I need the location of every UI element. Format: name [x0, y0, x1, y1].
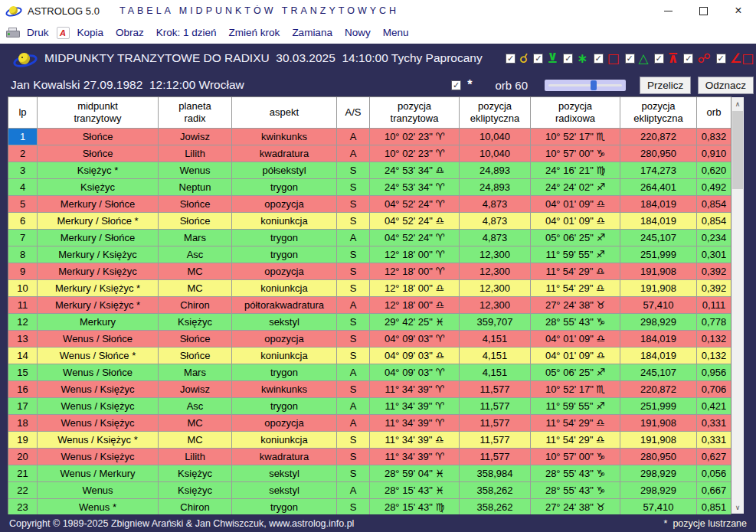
- row-index-cell[interactable]: 1: [8, 129, 38, 145]
- menu-item-nowy[interactable]: Nowy: [339, 24, 377, 41]
- mirror-checkbox[interactable]: ✓: [451, 80, 461, 90]
- maximize-button[interactable]: [686, 0, 721, 21]
- semisquare-sesquiquadrate-icon: ∠□: [730, 52, 754, 65]
- row-index-cell[interactable]: 10: [8, 280, 38, 296]
- radix-position-cell: 10° 52' 17" ♏: [531, 381, 620, 397]
- close-button[interactable]: ×: [721, 0, 756, 21]
- radix-ecliptic-cell: 245,107: [620, 364, 697, 380]
- table-row[interactable]: 20 Wenus / Księżyc Lilith kwadratura S 1…: [8, 449, 731, 465]
- aspect-checkbox[interactable]: ✓: [563, 54, 573, 64]
- printer-icon[interactable]: [6, 28, 19, 38]
- menu-item-druk[interactable]: Druk: [21, 24, 55, 41]
- table-row[interactable]: 6 Merkury / Słońce * Słońce koniunkcja S…: [8, 213, 731, 230]
- slider-thumb[interactable]: [591, 80, 597, 90]
- row-index-cell[interactable]: 8: [8, 246, 38, 263]
- transit-ecliptic-cell: 12,300: [460, 246, 531, 263]
- table-row[interactable]: 2 Słońce Lilith kwadratura A 10° 02' 23"…: [8, 145, 731, 162]
- midpoint-cell: Wenus / Księżyc: [38, 449, 159, 465]
- aspect-checkbox[interactable]: ✓: [506, 54, 515, 64]
- aspect-filter[interactable]: ✓ ∠□: [716, 52, 754, 65]
- menu-item-zamiana[interactable]: Zamiana: [286, 24, 339, 41]
- aspect-filter[interactable]: ✓ □: [594, 52, 620, 65]
- aspect-checkbox[interactable]: ✓: [533, 54, 543, 64]
- table-row[interactable]: 14 Wenus / Słońce * Słońce koniunkcja S …: [8, 348, 731, 364]
- table-row[interactable]: 23 Wenus * Chiron trygon S 28° 15' 43" ♍…: [8, 499, 731, 516]
- table-row[interactable]: 4 Księżyc Neptun trygon S 24° 53' 34" ♈ …: [8, 179, 731, 196]
- table-row[interactable]: 3 Księżyc * Wenus półsekstyl S 24° 53' 3…: [8, 162, 731, 179]
- applying-separating-cell: S: [337, 465, 370, 481]
- radix-ecliptic-cell: 191,908: [620, 280, 697, 296]
- row-index-cell[interactable]: 7: [8, 230, 38, 246]
- row-index-cell[interactable]: 13: [8, 331, 38, 347]
- aspect-filter[interactable]: ✓ ☌: [506, 52, 528, 65]
- menu-item-kopia[interactable]: Kopia: [71, 24, 110, 41]
- table-row[interactable]: 17 Wenus / Księżyc Asc trygon A 11° 34' …: [8, 398, 731, 415]
- row-index-cell[interactable]: 2: [8, 145, 38, 162]
- table-row[interactable]: 5 Merkury / Słońce Słońce opozycja S 04°…: [8, 196, 731, 213]
- scrollbar-thumb[interactable]: [732, 111, 743, 189]
- row-index-cell[interactable]: 9: [8, 263, 38, 279]
- table-row[interactable]: 16 Wenus / Księżyc Jowisz kwinkunks S 11…: [8, 381, 731, 398]
- row-index-cell[interactable]: 12: [8, 314, 38, 330]
- orb-slider[interactable]: [545, 80, 626, 91]
- table-row[interactable]: 15 Wenus / Słońce Mars trygon A 04° 09' …: [8, 364, 731, 381]
- deselect-button[interactable]: Odznacz: [698, 77, 754, 94]
- aspect-checkbox[interactable]: ✓: [716, 54, 726, 64]
- row-index-cell[interactable]: 16: [8, 381, 38, 397]
- applying-separating-cell: A: [337, 364, 370, 380]
- row-index-cell[interactable]: 23: [8, 499, 38, 515]
- scroll-up-button[interactable]: ∧: [731, 97, 744, 110]
- minimize-button[interactable]: [650, 0, 686, 21]
- aspect-filter[interactable]: ✓ ☍: [683, 52, 710, 65]
- table-row[interactable]: 22 Wenus Księżyc sekstyl A 28° 15' 43" ♓…: [8, 482, 731, 499]
- orb-cell: 0,331: [697, 415, 731, 431]
- row-index-cell[interactable]: 4: [8, 179, 38, 195]
- row-index-cell[interactable]: 6: [8, 213, 38, 229]
- applying-separating-cell: S: [337, 162, 370, 178]
- row-index-cell[interactable]: 17: [8, 398, 38, 414]
- menu-item-menu[interactable]: Menu: [377, 24, 415, 41]
- row-index-cell[interactable]: 14: [8, 348, 38, 364]
- table-row[interactable]: 19 Wenus / Księżyc * MC koniunkcja S 11°…: [8, 432, 731, 449]
- aspect-checkbox[interactable]: ✓: [683, 54, 693, 64]
- midpoint-cell: Merkury / Księżyc: [38, 263, 159, 279]
- aspect-filter[interactable]: ✓ ⊼: [654, 52, 679, 65]
- aspect-filter[interactable]: ✓ ∗: [563, 52, 587, 65]
- table-scrollbar[interactable]: ∧ ∨: [731, 97, 744, 514]
- aspect-filter[interactable]: ✓ △: [625, 52, 649, 65]
- radix-position-cell: 10° 57' 00" ♑: [531, 145, 620, 162]
- table-row[interactable]: 1 Słońce Jowisz kwinkunks A 10° 02' 23" …: [8, 129, 731, 145]
- row-index-cell[interactable]: 19: [8, 432, 38, 448]
- table-row[interactable]: 11 Merkury / Księżyc * Chiron półtorakwa…: [8, 297, 731, 314]
- row-index-cell[interactable]: 15: [8, 364, 38, 380]
- row-index-cell[interactable]: 5: [8, 196, 38, 212]
- pdf-icon[interactable]: A: [57, 27, 70, 39]
- table-row[interactable]: 13 Wenus / Słońce Słońce opozycja S 04° …: [8, 331, 731, 348]
- row-index-cell[interactable]: 20: [8, 449, 38, 465]
- row-index-cell[interactable]: 22: [8, 482, 38, 498]
- aspect-checkbox[interactable]: ✓: [594, 54, 604, 64]
- recalculate-button[interactable]: Przelicz: [640, 77, 691, 94]
- row-index-cell[interactable]: 18: [8, 415, 38, 431]
- table-row[interactable]: 12 Merkury Księżyc sekstyl S 29° 42' 25"…: [8, 314, 731, 331]
- table-row[interactable]: 21 Wenus / Merkury Księżyc sekstyl S 28°…: [8, 465, 731, 482]
- menu-item-obraz[interactable]: Obraz: [110, 24, 150, 41]
- menu-item-zmien-krok[interactable]: Zmień krok: [223, 24, 286, 41]
- transit-position-cell: 11° 34' 39" ♈: [370, 398, 460, 414]
- row-index-cell[interactable]: 3: [8, 162, 38, 178]
- applying-separating-cell: S: [337, 280, 370, 296]
- row-index-cell[interactable]: 11: [8, 297, 38, 313]
- radix-ecliptic-cell: 251,999: [620, 246, 697, 263]
- aspect-filter[interactable]: ✓ ⊻: [533, 52, 558, 65]
- aspect-checkbox[interactable]: ✓: [654, 54, 664, 64]
- table-row[interactable]: 7 Merkury / Słońce Mars trygon A 04° 52'…: [8, 230, 731, 246]
- table-row[interactable]: 8 Merkury / Księżyc Asc trygon S 12° 18'…: [8, 246, 731, 263]
- table-row[interactable]: 9 Merkury / Księżyc MC opozycja S 12° 18…: [8, 263, 731, 280]
- scroll-down-button[interactable]: ∨: [731, 501, 744, 514]
- table-row[interactable]: 10 Merkury / Księżyc * MC koniunkcja S 1…: [8, 280, 731, 297]
- column-header: pozycja ekliptyczna: [620, 97, 697, 128]
- row-index-cell[interactable]: 21: [8, 465, 38, 481]
- aspect-checkbox[interactable]: ✓: [625, 54, 635, 64]
- menu-item-krok[interactable]: Krok: 1 dzień: [150, 24, 223, 41]
- table-row[interactable]: 18 Wenus / Księżyc MC opozycja A 11° 34'…: [8, 415, 731, 432]
